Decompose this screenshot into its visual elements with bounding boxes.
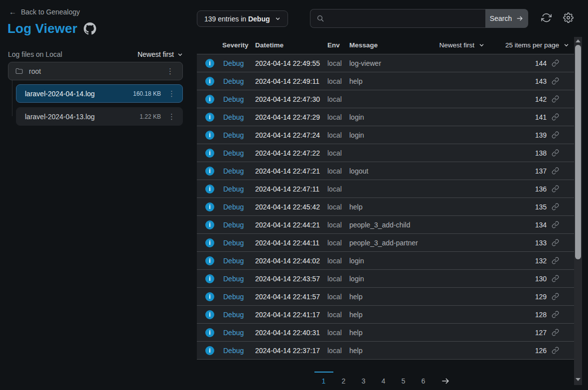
severity-link[interactable]: Debug (223, 59, 255, 67)
datetime-cell: 2024-04-14 22:41:57 (255, 293, 327, 301)
scrollbar-thumb[interactable] (575, 45, 581, 259)
permalink-icon[interactable] (552, 293, 559, 300)
severity-link[interactable]: Debug (223, 185, 255, 193)
permalink-icon[interactable] (552, 275, 559, 282)
pagination-page-button[interactable]: 2 (334, 372, 353, 385)
scroll-up-arrow-icon[interactable] (576, 39, 581, 42)
log-entry-row[interactable]: i Debug 2024-04-14 22:47:24 local login … (197, 126, 574, 144)
log-entry-row[interactable]: i Debug 2024-04-14 22:43:57 local login … (197, 270, 574, 288)
log-entry-row[interactable]: i Debug 2024-04-14 22:40:31 local help 1… (197, 324, 574, 342)
log-entry-row[interactable]: i Debug 2024-04-14 22:44:11 local people… (197, 234, 574, 252)
permalink-icon[interactable] (552, 131, 559, 139)
permalink-icon[interactable] (552, 167, 559, 175)
permalink-icon[interactable] (552, 95, 559, 103)
pagination-page-button[interactable]: 1 (314, 372, 333, 385)
env-cell: local (327, 113, 349, 121)
github-icon[interactable] (84, 22, 96, 35)
datetime-cell: 2024-04-14 22:47:22 (255, 149, 327, 157)
severity-cell: i (205, 310, 223, 319)
info-icon: i (205, 77, 214, 86)
pagination-page-button[interactable]: 3 (354, 372, 373, 385)
log-entry-row[interactable]: i Debug 2024-04-14 22:44:21 local people… (197, 216, 574, 234)
severity-link[interactable]: Debug (223, 257, 255, 265)
log-entry-row[interactable]: i Debug 2024-04-14 22:47:22 local 138 (197, 144, 574, 162)
severity-link[interactable]: Debug (223, 239, 255, 247)
severity-link[interactable]: Debug (223, 95, 255, 103)
info-icon: i (205, 346, 214, 355)
log-entry-row[interactable]: i Debug 2024-04-14 22:47:21 local logout… (197, 162, 574, 180)
severity-link[interactable]: Debug (223, 347, 255, 355)
column-header-env[interactable]: Env (327, 41, 349, 49)
back-link[interactable]: ← Back to Genealogy (9, 7, 80, 16)
env-cell: local (327, 239, 349, 247)
permalink-icon[interactable] (552, 311, 559, 318)
settings-button[interactable] (563, 12, 575, 24)
permalink-icon[interactable] (552, 257, 559, 264)
folder-name: root (29, 67, 159, 75)
file-menu-button[interactable]: ⋮ (166, 89, 177, 98)
severity-link[interactable]: Debug (223, 203, 255, 211)
permalink-icon[interactable] (552, 59, 559, 67)
column-header-severity[interactable]: Severity (222, 41, 255, 49)
table-sort-dropdown[interactable]: Newest first (439, 41, 484, 49)
column-header-message[interactable]: Message (349, 41, 439, 49)
log-file-item[interactable]: laravel-2024-04-13.log 1.22 KB ⋮ (16, 107, 183, 126)
permalink-icon[interactable] (552, 347, 559, 354)
column-header-datetime[interactable]: Datetime (255, 41, 327, 49)
folder-menu-button[interactable]: ⋮ (164, 66, 176, 76)
permalink-icon[interactable] (552, 329, 559, 336)
severity-link[interactable]: Debug (223, 77, 255, 85)
folder-row-root[interactable]: root ⋮ (8, 62, 183, 80)
log-entry-row[interactable]: i Debug 2024-04-14 22:47:29 local login … (197, 108, 574, 126)
search-button[interactable]: Search (485, 9, 528, 28)
refresh-button[interactable] (541, 12, 553, 24)
severity-cell: i (205, 185, 223, 194)
severity-link[interactable]: Debug (223, 167, 255, 175)
log-file-size: 1.22 KB (140, 113, 161, 120)
log-file-size: 160.18 KB (133, 90, 161, 97)
scroll-down-arrow-icon[interactable] (576, 378, 581, 381)
permalink-icon[interactable] (552, 239, 559, 246)
log-entry-row[interactable]: i Debug 2024-04-14 22:47:11 local 136 (197, 180, 574, 198)
files-sort-dropdown[interactable]: Newest first (138, 50, 183, 58)
per-page-dropdown[interactable]: 25 items per page (505, 41, 569, 49)
search-input[interactable] (324, 9, 485, 27)
log-file-name: laravel-2024-04-14.log (25, 90, 128, 98)
indent-guide (12, 80, 12, 116)
vertical-scrollbar[interactable] (574, 37, 582, 385)
severity-link[interactable]: Debug (223, 113, 255, 121)
file-menu-button[interactable]: ⋮ (166, 112, 177, 121)
severity-link[interactable]: Debug (223, 329, 255, 337)
severity-cell: i (205, 292, 223, 301)
permalink-icon[interactable] (552, 149, 559, 157)
log-entry-row[interactable]: i Debug 2024-04-14 22:41:17 local help 1… (197, 306, 574, 324)
pagination-page-button[interactable]: 4 (374, 372, 393, 385)
severity-link[interactable]: Debug (223, 131, 255, 139)
permalink-icon[interactable] (552, 221, 559, 228)
log-entry-row[interactable]: i Debug 2024-04-14 22:44:02 local login … (197, 252, 574, 270)
log-entry-row[interactable]: i Debug 2024-04-14 22:45:42 local help 1… (197, 198, 574, 216)
log-entry-row[interactable]: i Debug 2024-04-14 22:47:30 local 142 (197, 90, 574, 108)
permalink-icon[interactable] (552, 185, 559, 193)
pagination-page-button[interactable]: 5 (394, 372, 413, 385)
datetime-cell: 2024-04-14 22:44:21 (255, 221, 327, 229)
log-entry-row[interactable]: i Debug 2024-04-14 22:37:17 local help 1… (197, 342, 574, 360)
log-entry-row[interactable]: i Debug 2024-04-14 22:41:57 local help 1… (197, 288, 574, 306)
log-file-item[interactable]: laravel-2024-04-14.log 160.18 KB ⋮ (16, 84, 183, 103)
severity-link[interactable]: Debug (223, 149, 255, 157)
permalink-icon[interactable] (552, 113, 559, 121)
permalink-icon[interactable] (552, 203, 559, 210)
entries-filter-dropdown[interactable]: 139 entries in Debug (197, 10, 288, 27)
permalink-icon[interactable] (552, 77, 559, 85)
env-cell: local (327, 95, 349, 103)
severity-link[interactable]: Debug (223, 311, 255, 319)
severity-link[interactable]: Debug (223, 221, 255, 229)
message-cell: login (349, 275, 535, 283)
pagination-next-button[interactable] (434, 372, 457, 386)
severity-link[interactable]: Debug (223, 275, 255, 283)
pagination-page-button[interactable]: 6 (414, 372, 433, 385)
severity-link[interactable]: Debug (223, 293, 255, 301)
gear-icon (563, 12, 574, 23)
log-entry-row[interactable]: i Debug 2024-04-14 22:49:11 local help 1… (197, 72, 574, 90)
log-entry-row[interactable]: i Debug 2024-04-14 22:49:55 local log-vi… (197, 54, 574, 72)
